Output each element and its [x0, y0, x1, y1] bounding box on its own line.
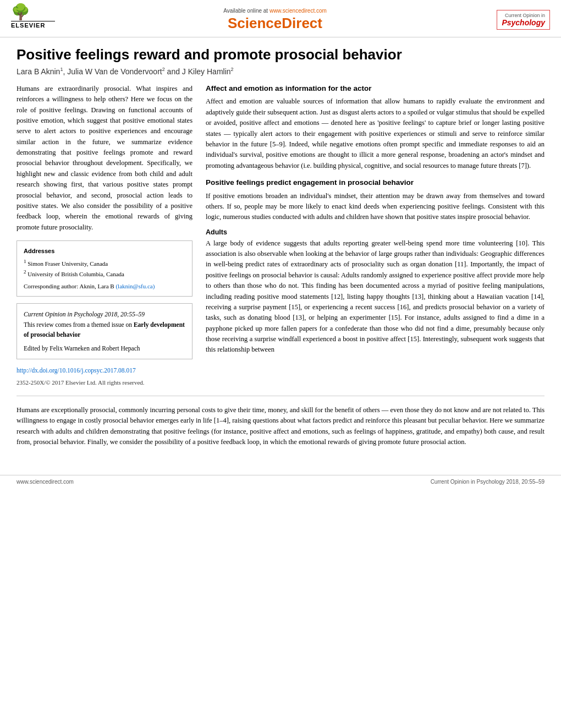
affil1-text: Simon Fraser University, Canada: [28, 260, 108, 266]
two-column-layout: Humans are extraordinarily prosocial. Wh…: [16, 84, 544, 386]
section1-heading: Affect and emotion as information for th…: [206, 84, 544, 94]
elsevier-label: ELSEVIER: [11, 21, 55, 29]
sciencedirect-url-link[interactable]: www.sciencedirect.com: [270, 8, 327, 14]
footer-right: Current Opinion in Psychology 2018, 20:5…: [431, 479, 544, 485]
editors-and: and: [91, 345, 102, 352]
editor2: Robert Hepach: [102, 345, 140, 352]
elsevier-tree-icon: 🌳: [11, 4, 55, 20]
journal-badge: Current Opinion in Psychology: [473, 10, 550, 30]
theme-intro: This review comes from a themed issue on: [24, 321, 132, 328]
adults-paragraph: A large body of evidence suggests that a…: [206, 238, 544, 355]
corresponding-email-link[interactable]: (laknin@sfu.ca): [116, 283, 155, 289]
doi-link[interactable]: http://dx.doi.org/10.1016/j.copsyc.2017.…: [16, 367, 136, 374]
affil2-text: University of British Columbia, Canada: [28, 270, 124, 277]
left-column: Humans are extraordinarily prosocial. Wh…: [16, 84, 193, 386]
author2-name: , Julia W Van de Vondervoort: [63, 67, 162, 76]
affiliation2: 2 University of British Columbia, Canada: [24, 269, 185, 278]
addresses-box: Addresses 1 Simon Fraser University, Can…: [16, 240, 193, 297]
page-header: 🌳 ELSEVIER Available online at www.scien…: [0, 0, 561, 37]
editors-label: Edited by: [24, 345, 48, 352]
copyright-text: 2352-250X/© 2017 Elsevier Ltd. All right…: [16, 379, 193, 386]
footer-left: www.sciencedirect.com: [16, 479, 74, 485]
psychology-label: Psychology: [502, 18, 545, 27]
adults-subheading: Adults: [206, 228, 544, 236]
editor1: Felix Warneken: [50, 345, 90, 352]
affil2-sup: 2: [24, 269, 26, 275]
journal-info-box: Current Opinion in Psychology 2018, 20:5…: [16, 303, 193, 359]
author3-affiliation: 2: [231, 67, 234, 72]
header-center: Available online at www.sciencedirect.co…: [223, 8, 327, 32]
section-divider: [16, 396, 544, 396]
addresses-label: Addresses: [24, 247, 185, 256]
current-opinion-label: Current Opinion in: [502, 13, 545, 18]
corresponding-label: Corresponding author:: [24, 283, 78, 289]
affil1-sup: 1: [24, 259, 26, 264]
doi-section: http://dx.doi.org/10.1016/j.copsyc.2017.…: [16, 366, 193, 375]
article-title: Positive feelings reward and promote pro…: [16, 46, 544, 63]
bottom-paragraph1: Humans are exceptionally prosocial, comm…: [16, 405, 544, 448]
bottom-section: Humans are exceptionally prosocial, comm…: [16, 396, 544, 448]
main-content: Positive feelings reward and promote pro…: [0, 37, 561, 464]
section2-paragraph: If positive emotions broaden an individu…: [206, 191, 544, 223]
section2-heading: Positive feelings predict engagement in …: [206, 178, 544, 188]
editors-line: Edited by Felix Warneken and Robert Hepa…: [24, 343, 185, 353]
corresponding-author: Corresponding author: Aknin, Lara B (lak…: [24, 282, 185, 291]
elsevier-logo-area: 🌳 ELSEVIER: [11, 4, 77, 35]
page-footer: www.sciencedirect.com Current Opinion in…: [0, 475, 561, 488]
corresponding-name: Aknin, Lara B: [79, 283, 114, 289]
journal-citation: Current Opinion in Psychology 2018, 20:5…: [24, 309, 185, 319]
section1-paragraph: Affect and emotion are valuable sources …: [206, 96, 544, 171]
current-opinion-box: Current Opinion in Psychology: [497, 10, 550, 30]
author1-name: Lara B Aknin: [16, 67, 60, 76]
article-authors: Lara B Aknin1, Julia W Van de Vondervoor…: [16, 67, 544, 76]
sciencedirect-brand: ScienceDirect: [223, 15, 327, 32]
author3-name: and J Kiley Hamlin: [165, 67, 231, 76]
available-online-text: Available online at www.sciencedirect.co…: [223, 8, 327, 14]
theme-text: This review comes from a themed issue on…: [24, 320, 185, 340]
right-column: Affect and emotion as information for th…: [206, 84, 544, 386]
abstract-paragraph: Humans are extraordinarily prosocial. Wh…: [16, 84, 193, 233]
affiliation1: 1 Simon Fraser University, Canada: [24, 258, 185, 268]
